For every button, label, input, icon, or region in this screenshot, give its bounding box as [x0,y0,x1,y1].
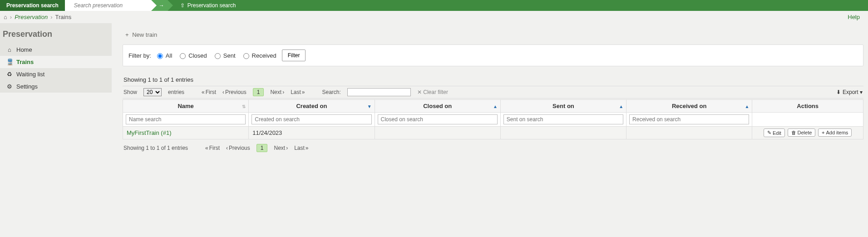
current-page: 1 [256,144,268,152]
page-size-select[interactable]: 20 [143,88,162,96]
breadcrumb-row: › Preservation › Trains Help [0,11,868,23]
next-page-button[interactable]: Next [270,89,284,95]
filter-button[interactable]: Filter [282,49,306,61]
col-created[interactable]: Created on▼ [249,100,375,113]
filter-radio-sent[interactable] [215,53,221,59]
current-page: 1 [253,88,264,96]
prev-page-button[interactable]: Previous [226,145,250,151]
filter-received-input[interactable] [629,114,749,124]
new-train-button[interactable]: New train [123,28,863,44]
col-received[interactable]: Received on▲ [626,100,752,113]
add-items-button[interactable]: Add items [818,128,852,137]
chevron-right-icon [286,145,288,151]
sidebar-item-home[interactable]: Home [0,44,112,56]
filter-name-input[interactable] [126,114,246,124]
filter-closed-input[interactable] [378,114,498,124]
showing-text-top: Showing 1 to 1 of 1 entries [123,74,863,86]
pencil-icon [767,130,771,136]
breadcrumb-current: Trains [55,14,72,20]
filter-sent-input[interactable] [503,114,623,124]
col-sent[interactable]: Sent on▲ [500,100,626,113]
preservation-search-input[interactable] [73,2,151,9]
col-actions: Actions [752,100,863,113]
sort-asc-icon: ▲ [493,104,498,109]
edit-button[interactable]: Edit [764,128,785,137]
double-right-icon [306,145,309,151]
export-button[interactable]: Export ▾ [836,89,863,95]
filter-by-label: Filter by: [128,52,151,59]
arrow-right-icon [159,2,164,9]
search-scope-label: Preservation search [0,0,65,11]
preservation-search-wrap [65,0,151,11]
download-icon [836,89,841,95]
table-section: Showing 1 to 1 of 1 entries Show 20 entr… [123,74,863,154]
upload-icon [180,2,185,9]
preservation-search-link[interactable]: Preservation search [180,2,236,9]
sort-asc-icon: ▲ [619,104,623,109]
prev-page-button[interactable]: Previous [222,89,247,95]
filter-panel: Filter by: All Closed Sent Received Filt… [123,44,863,66]
breadcrumb-sep: › [50,14,52,20]
help-link[interactable]: Help [848,14,860,20]
filter-radio-all[interactable] [157,53,163,59]
table-row: MyFirstTrain (#1) 11/24/2023 Edit Delete… [123,127,863,139]
sidebar-title: Preservation [0,23,112,44]
train-name-link[interactable]: MyFirstTrain (#1) [127,129,171,136]
show-label: Show [123,89,137,95]
chevron-right-icon [282,89,284,95]
last-page-button[interactable]: Last [294,145,308,151]
last-page-button[interactable]: Last [291,89,305,95]
home-icon [6,46,13,53]
home-icon[interactable] [4,14,7,20]
filter-option-closed[interactable]: Closed [178,52,207,59]
table-controls-bottom: Showing 1 to 1 of 1 entries First Previo… [123,142,863,154]
entries-label: entries [168,89,184,95]
filter-radio-received[interactable] [243,53,249,59]
filter-created-input[interactable] [252,114,371,124]
table-filter-row [123,113,863,127]
cell-received [626,127,752,139]
cell-sent [500,127,626,139]
chevron-left-icon [222,89,224,95]
main-content: New train Filter by: All Closed Sent Rec… [112,23,868,168]
next-page-button[interactable]: Next [274,145,288,151]
trash-icon [791,130,796,135]
new-train-label: New train [132,31,157,38]
first-page-button[interactable]: First [202,89,216,95]
filter-actions-cell [752,113,863,127]
filter-radio-closed[interactable] [180,53,186,59]
filter-option-all[interactable]: All [155,52,172,59]
double-right-icon [302,89,305,95]
breadcrumb-module[interactable]: Preservation [15,14,48,20]
col-name[interactable]: Name⇅ [123,100,249,113]
filter-option-received[interactable]: Received [241,52,276,59]
cell-created: 11/24/2023 [249,127,375,139]
cell-actions: Edit Delete Add items [752,127,863,139]
trains-table: Name⇅ Created on▼ Closed on▲ Sent on▲ Re… [123,99,863,139]
sidebar-item-trains[interactable]: Trains [0,56,112,68]
search-label: Search: [322,89,341,95]
table-search-input[interactable] [347,88,411,96]
first-page-button[interactable]: First [205,145,220,151]
sidebar-item-settings[interactable]: Settings [0,80,112,93]
sidebar-item-waiting-list[interactable]: Waiting list [0,68,112,80]
double-left-icon [205,145,208,151]
filter-bar: Filter by: All Closed Sent Received Filt… [123,45,863,66]
col-closed[interactable]: Closed on▲ [375,100,500,113]
cell-closed [375,127,500,139]
train-icon [6,59,13,65]
filter-option-sent[interactable]: Sent [212,52,236,59]
table-header-row: Name⇅ Created on▼ Closed on▲ Sent on▲ Re… [123,100,863,113]
top-bar: Preservation search Preservation search [0,0,868,11]
clear-filter-button[interactable]: Clear filter [417,89,448,95]
showing-text-bottom: Showing 1 to 1 of 1 entries [123,145,188,151]
delete-button[interactable]: Delete [788,128,816,137]
gear-icon [6,83,13,90]
sidebar-item-label: Home [16,46,32,53]
table-controls-top: Show 20 entries First Previous 1 Next La… [123,86,863,99]
plus-icon [822,130,824,135]
breadcrumb-sep: › [10,14,12,20]
sort-asc-icon: ▲ [745,104,749,109]
sort-icon: ⇅ [242,104,246,109]
layout: Preservation Home Trains Waiting list Se… [0,23,868,168]
